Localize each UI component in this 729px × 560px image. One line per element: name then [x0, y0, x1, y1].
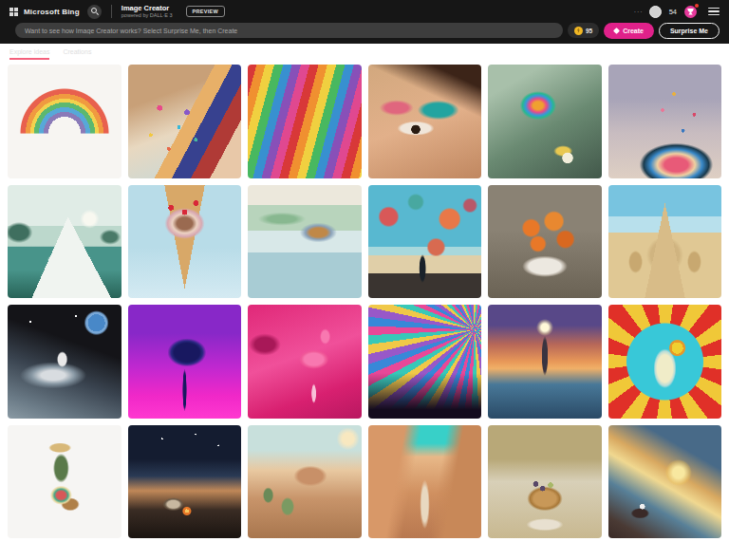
tab-creations[interactable]: Creations: [63, 48, 91, 60]
app-subtitle: powered by DALL·E 3: [122, 12, 173, 18]
gallery-image-eye-makeup[interactable]: [368, 65, 482, 178]
preview-badge: PREVIEW: [186, 6, 225, 17]
gallery-image-rainbow-butterfly[interactable]: [488, 65, 602, 178]
username-text[interactable]: ···: [634, 9, 644, 15]
page-title[interactable]: Image Creator: [122, 5, 173, 13]
gallery-image-cactus-guitarist[interactable]: [8, 425, 122, 539]
gallery-image-ice-cream-cone[interactable]: [128, 185, 242, 299]
boosts-pill[interactable]: 95: [568, 23, 599, 38]
gallery-image-coastal-train[interactable]: [608, 425, 722, 539]
gallery-image-pop-art-lemonade[interactable]: [608, 305, 722, 419]
gallery-image-campsite-night[interactable]: [128, 425, 242, 539]
gallery-image-concert-lasers[interactable]: [368, 305, 482, 419]
hamburger-menu-icon[interactable]: [708, 8, 720, 16]
app-title-block: Image Creator powered by DALL·E 3: [122, 5, 173, 19]
gallery-image-hot-air-balloons[interactable]: [368, 185, 482, 299]
gallery-image-paint-splash[interactable]: [608, 65, 722, 178]
create-button[interactable]: Create: [604, 23, 654, 39]
prompt-input[interactable]: [15, 23, 563, 38]
avatar[interactable]: [649, 6, 662, 18]
gallery-image-synthwave-palm[interactable]: [128, 305, 242, 419]
gallery-image-watercolor-lake-house[interactable]: [248, 185, 362, 299]
microsoft-logo-icon: [9, 8, 18, 16]
gallery-image-desert-adobe[interactable]: [248, 425, 362, 539]
rewards-medal-icon[interactable]: [684, 6, 697, 18]
gallery-image-pencil-confetti[interactable]: [128, 65, 242, 178]
notification-dot: [695, 4, 699, 8]
header-top-row: Microsoft Bing Image Creator powered by …: [0, 0, 729, 23]
brand-text[interactable]: Microsoft Bing: [24, 8, 80, 16]
prompt-bar-row: 95 Create Surprise Me: [0, 23, 729, 44]
gallery-tabs: Explore ideas Creations: [0, 44, 729, 63]
boost-coin-icon: [574, 27, 583, 35]
tab-explore-ideas[interactable]: Explore ideas: [9, 48, 49, 60]
gallery-grid: [0, 63, 729, 538]
gallery-image-rainbow-ribbons[interactable]: [248, 65, 362, 178]
gallery-image-village-street[interactable]: [368, 425, 482, 539]
sparkle-icon: [613, 27, 620, 33]
gallery-image-paper-rainbow[interactable]: [8, 65, 122, 178]
gallery-image-lighthouse-sunset[interactable]: [488, 305, 602, 419]
boosts-count: 95: [586, 28, 592, 34]
gallery-image-pink-flamingo[interactable]: [248, 305, 362, 419]
header-divider: [111, 5, 112, 18]
search-icon[interactable]: [87, 5, 102, 19]
trophy-icon: [687, 9, 694, 15]
surprise-me-button[interactable]: Surprise Me: [659, 23, 720, 39]
gallery-image-bowl-of-oranges[interactable]: [488, 185, 602, 299]
gallery-image-astronaut-surfing[interactable]: [8, 305, 122, 419]
gallery-image-sandcastle[interactable]: [608, 185, 722, 299]
rewards-points: 54: [669, 8, 677, 16]
gallery-image-picnic-basket[interactable]: [488, 425, 602, 539]
gallery-image-paper-sailboat[interactable]: [8, 185, 122, 299]
create-button-label: Create: [623, 28, 644, 34]
top-header: Microsoft Bing Image Creator powered by …: [0, 0, 729, 44]
